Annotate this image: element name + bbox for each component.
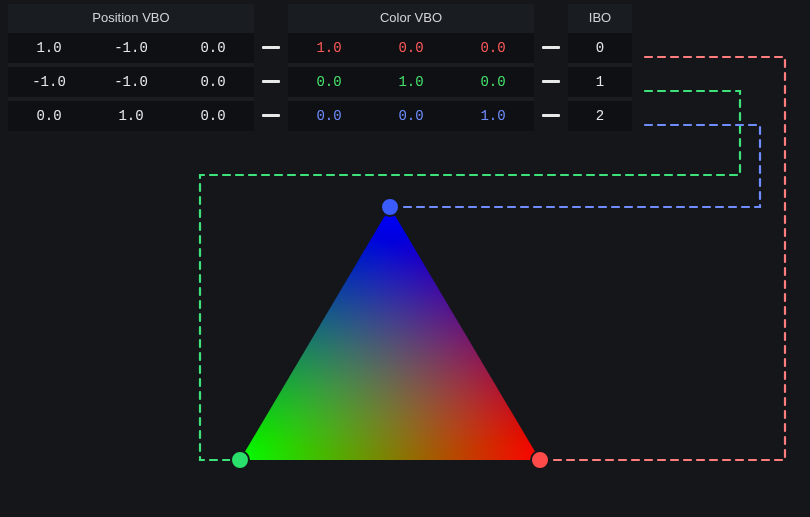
position-vbo-header: Position VBO xyxy=(8,4,254,33)
color-vbo-header: Color VBO xyxy=(288,4,534,33)
connector-icon xyxy=(542,100,560,130)
table-row: 0.0 1.0 0.0 xyxy=(288,67,534,97)
pos-cell: 1.0 xyxy=(8,33,90,63)
color-cell: 0.0 xyxy=(288,67,370,97)
connector-group xyxy=(542,4,560,130)
connector-group xyxy=(262,4,280,130)
ibo-cell: 0 xyxy=(568,33,632,63)
table-row: 1 xyxy=(568,67,632,97)
position-vbo-table: Position VBO 1.0 -1.0 0.0 -1.0 -1.0 0.0 … xyxy=(8,4,254,131)
pos-cell: -1.0 xyxy=(90,67,172,97)
path-ibo-1-to-green xyxy=(200,91,740,460)
svg-marker-2 xyxy=(240,207,540,460)
pos-cell: 0.0 xyxy=(8,101,90,131)
color-vbo-table: Color VBO 1.0 0.0 0.0 0.0 1.0 0.0 0.0 0.… xyxy=(288,4,534,131)
pos-cell: -1.0 xyxy=(90,33,172,63)
color-cell: 0.0 xyxy=(452,33,534,63)
table-row: 2 xyxy=(568,101,632,131)
color-cell: 0.0 xyxy=(370,33,452,63)
table-row: 0.0 0.0 1.0 xyxy=(288,101,534,131)
table-row: 1.0 0.0 0.0 xyxy=(288,33,534,63)
table-row: -1.0 -1.0 0.0 xyxy=(8,67,254,97)
color-cell: 1.0 xyxy=(452,101,534,131)
path-ibo-2-to-blue xyxy=(400,125,760,207)
color-cell: 1.0 xyxy=(288,33,370,63)
connector-icon xyxy=(542,66,560,96)
vertex-dot-top xyxy=(381,198,399,216)
rgb-triangle xyxy=(240,207,540,460)
svg-marker-1 xyxy=(240,207,540,460)
ibo-cell: 2 xyxy=(568,101,632,131)
ibo-cell: 1 xyxy=(568,67,632,97)
color-cell: 1.0 xyxy=(370,67,452,97)
svg-marker-3 xyxy=(240,207,540,460)
connector-icon xyxy=(542,32,560,62)
vertex-dots xyxy=(231,198,549,469)
connector-icon xyxy=(262,100,280,130)
svg-marker-0 xyxy=(240,207,540,460)
table-row: 1.0 -1.0 0.0 xyxy=(8,33,254,63)
vertex-dot-right xyxy=(531,451,549,469)
table-row: 0.0 1.0 0.0 xyxy=(8,101,254,131)
buffer-tables: Position VBO 1.0 -1.0 0.0 -1.0 -1.0 0.0 … xyxy=(8,4,632,131)
color-cell: 0.0 xyxy=(452,67,534,97)
pos-cell: 1.0 xyxy=(90,101,172,131)
connector-icon xyxy=(262,66,280,96)
pos-cell: 0.0 xyxy=(172,101,254,131)
connector-icon xyxy=(262,32,280,62)
pos-cell: 0.0 xyxy=(172,67,254,97)
color-cell: 0.0 xyxy=(288,101,370,131)
table-row: 0 xyxy=(568,33,632,63)
pos-cell: 0.0 xyxy=(172,33,254,63)
ibo-header: IBO xyxy=(568,4,632,33)
ibo-table: IBO 0 1 2 xyxy=(568,4,632,131)
color-cell: 0.0 xyxy=(370,101,452,131)
pos-cell: -1.0 xyxy=(8,67,90,97)
vertex-dot-left xyxy=(231,451,249,469)
